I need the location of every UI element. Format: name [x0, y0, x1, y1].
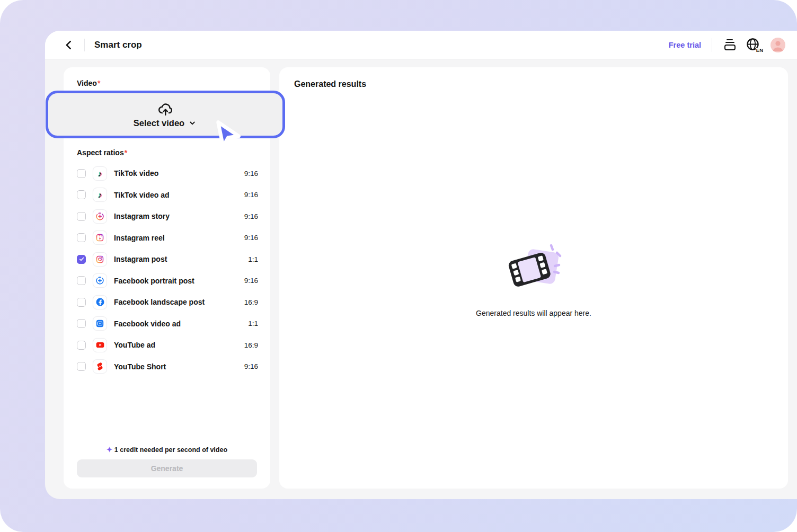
aspect-ratio-row[interactable]: ♪ TikTok video ad 9:16 — [64, 184, 270, 206]
select-video-label: Select video — [134, 118, 184, 128]
aspect-ratio-row[interactable]: Facebook video ad 1:1 — [64, 313, 270, 335]
facebook-icon — [93, 295, 107, 309]
aspect-ratio-list: ♪ TikTok video 9:16 ♪ TikTok video ad 9:… — [64, 163, 270, 377]
page-title: Smart crop — [94, 40, 142, 50]
results-panel: Generated results — [279, 67, 788, 489]
instagram-story-icon — [93, 209, 107, 224]
cloud-upload-icon — [157, 101, 174, 117]
free-trial-link[interactable]: Free trial — [669, 41, 701, 49]
page-background: Smart crop Free trial EN — [0, 0, 797, 532]
language-selector[interactable]: EN — [746, 37, 761, 53]
aspect-ratio-row[interactable]: Facebook landscape post 16:9 — [64, 291, 270, 313]
task-stack-icon[interactable] — [723, 38, 737, 52]
aspect-ratio-row[interactable]: Instagram reel 9:16 — [64, 227, 270, 249]
checkbox[interactable] — [77, 190, 86, 199]
aspect-ratio-row[interactable]: YouTube ad 16:9 — [64, 334, 270, 356]
tiktok-icon: ♪ — [93, 188, 107, 202]
results-title: Generated results — [294, 79, 366, 89]
youtube-icon — [93, 338, 107, 352]
select-video-button[interactable]: Select video — [46, 91, 285, 138]
required-asterisk: * — [125, 148, 127, 157]
header-bar: Smart crop Free trial EN — [45, 31, 797, 59]
facebook-portrait-icon — [93, 273, 107, 288]
empty-state: Generated results will appear here. — [279, 242, 788, 317]
aspect-ratio-row[interactable]: YouTube Short 9:16 — [64, 356, 270, 378]
tiktok-icon: ♪ — [93, 166, 107, 181]
sparkle-icon: ✦ — [107, 446, 112, 454]
credit-note: ✦1 credit needed per second of video — [64, 446, 270, 454]
required-asterisk: * — [98, 79, 100, 87]
video-field-label: Video* — [77, 79, 100, 87]
language-code: EN — [756, 48, 763, 53]
checkbox[interactable] — [77, 233, 86, 242]
back-button[interactable] — [61, 37, 77, 53]
generate-button[interactable]: Generate — [77, 459, 257, 477]
avatar[interactable] — [771, 38, 785, 52]
chevron-down-icon — [188, 118, 197, 128]
checkbox[interactable] — [77, 212, 86, 221]
aspect-ratio-row[interactable]: Facebook portrait post 9:16 — [64, 270, 270, 292]
aspect-ratio-row[interactable]: Instagram post 1:1 — [64, 249, 270, 270]
instagram-post-icon — [93, 252, 107, 267]
facebook-video-icon — [93, 316, 107, 331]
checkbox[interactable] — [77, 276, 86, 285]
header-right-cluster: Free trial EN — [669, 37, 785, 53]
header-divider — [84, 39, 85, 51]
instagram-reel-icon — [93, 230, 107, 245]
aspect-ratio-row[interactable]: ♪ TikTok video 9:16 — [64, 163, 270, 184]
checkbox[interactable] — [77, 362, 86, 371]
checkbox[interactable] — [77, 298, 86, 307]
header-divider-2 — [712, 38, 712, 52]
app-window: Smart crop Free trial EN — [45, 31, 797, 499]
aspect-ratios-label: Aspect ratios* — [77, 148, 127, 157]
film-strip-illustration — [502, 242, 565, 295]
empty-state-text: Generated results will appear here. — [476, 309, 591, 317]
checkbox[interactable] — [77, 255, 86, 264]
aspect-ratio-row[interactable]: Instagram story 9:16 — [64, 206, 270, 227]
chevron-left-icon — [63, 39, 75, 51]
checkbox[interactable] — [77, 169, 86, 178]
checkbox[interactable] — [77, 341, 86, 350]
youtube-shorts-icon — [93, 359, 107, 374]
checkbox[interactable] — [77, 319, 86, 328]
